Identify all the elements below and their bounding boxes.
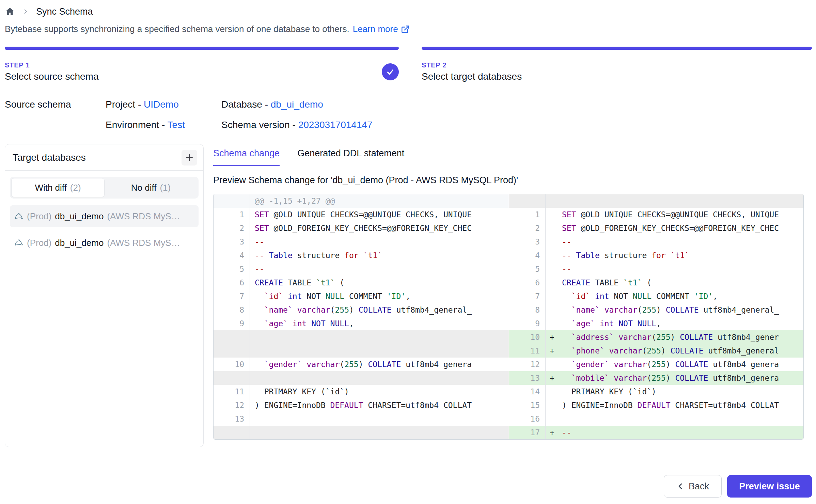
steps: STEP 1 Select source schema Source schem… bbox=[5, 47, 812, 130]
learn-more-link[interactable]: Learn more bbox=[353, 24, 410, 34]
db-name: db_ui_demo bbox=[55, 211, 104, 222]
diff-line: 3-- bbox=[509, 235, 804, 249]
diff-pane-target: 1SET @OLD_UNIQUE_CHECKS=@@UNIQUE_CHECKS,… bbox=[509, 194, 804, 439]
sync-schema-page: Sync Schema Bytebase supports synchroniz… bbox=[0, 0, 816, 504]
diff-line: 7 `id` int NOT NULL COMMENT 'ID', bbox=[509, 289, 804, 303]
main-content: Target databases With diff(2) No diff(1)… bbox=[5, 144, 812, 447]
database-link[interactable]: db_ui_demo bbox=[271, 99, 323, 110]
diff-line: 9 `age` int NOT NULL, bbox=[214, 317, 509, 330]
db-environment: (Prod) bbox=[27, 238, 51, 248]
step-1-progress-bar bbox=[5, 47, 399, 50]
with-diff-tab[interactable]: With diff(2) bbox=[11, 178, 105, 197]
db-instance: (AWS RDS MyS… bbox=[107, 238, 180, 248]
source-schema-label: Source schema bbox=[5, 99, 106, 110]
diff-line: 10 `gender` varchar(255) COLLATE utf8mb4… bbox=[214, 358, 509, 371]
step-2: STEP 2 Select target databases bbox=[422, 47, 812, 130]
diff-line: 4-- Table structure for `t1` bbox=[214, 249, 509, 262]
diff-hunk-header: @@ -1,15 +1,27 @@ bbox=[214, 194, 509, 208]
diff-line: 16 bbox=[509, 412, 804, 426]
diff-line: 12) ENGINE=InnoDB DEFAULT CHARSET=utf8mb… bbox=[214, 398, 509, 412]
diff-line: 11 PRIMARY KEY (`id`) bbox=[214, 385, 509, 398]
diff-line: 8 `name` varchar(255) COLLATE utf8mb4_ge… bbox=[214, 303, 509, 317]
target-databases-title: Target databases bbox=[13, 152, 86, 163]
diff-line: 4-- Table structure for `t1` bbox=[509, 249, 804, 262]
diff-gap-row bbox=[214, 426, 509, 439]
target-databases-panel: Target databases With diff(2) No diff(1)… bbox=[5, 144, 204, 447]
back-button[interactable]: Back bbox=[664, 475, 722, 498]
diff-added-line: 11+ `phone` varchar(255) COLLATE utf8mb4… bbox=[509, 344, 804, 358]
step-1-check-icon bbox=[382, 63, 399, 80]
diff-line: 8 `name` varchar(255) COLLATE utf8mb4_ge… bbox=[509, 303, 804, 317]
db-name: db_ui_demo bbox=[55, 238, 104, 248]
tab-schema-change[interactable]: Schema change bbox=[213, 148, 280, 166]
diff-added-line: 17+-- bbox=[509, 426, 804, 439]
diff-gap-row bbox=[214, 330, 509, 358]
diff-line: 5-- bbox=[509, 262, 804, 276]
page-description: Bytebase supports synchronizing a specif… bbox=[5, 24, 812, 34]
source-database: Database - db_ui_demo bbox=[221, 99, 399, 110]
schema-version-link[interactable]: 20230317014147 bbox=[298, 120, 373, 130]
diff-filter-segmented-control: With diff(2) No diff(1) bbox=[10, 177, 199, 199]
schema-change-area: Schema change Generated DDL statement Pr… bbox=[213, 144, 812, 440]
step-1: STEP 1 Select source schema Source schem… bbox=[5, 47, 399, 130]
step-1-label: STEP 1 bbox=[5, 61, 98, 69]
preview-issue-button[interactable]: Preview issue bbox=[727, 475, 812, 498]
db-environment: (Prod) bbox=[27, 211, 51, 222]
step-2-progress-bar bbox=[422, 47, 812, 50]
no-diff-count: (1) bbox=[160, 183, 171, 193]
footer: Back Preview issue bbox=[0, 464, 816, 498]
with-diff-count: (2) bbox=[70, 183, 81, 193]
diff-line: 5-- bbox=[214, 262, 509, 276]
step-2-title: Select target databases bbox=[422, 71, 522, 82]
page-title: Sync Schema bbox=[36, 6, 93, 17]
tabs: Schema change Generated DDL statement bbox=[213, 144, 812, 166]
tab-generated-ddl[interactable]: Generated DDL statement bbox=[297, 148, 404, 166]
diff-line: 6CREATE TABLE `t1` ( bbox=[214, 276, 509, 289]
diff-line: 6CREATE TABLE `t1` ( bbox=[509, 276, 804, 289]
chevron-right-icon bbox=[22, 9, 29, 15]
diff-line: 12 `gender` varchar(255) COLLATE utf8mb4… bbox=[509, 358, 804, 371]
diff-line: 2SET @OLD_FOREIGN_KEY_CHECKS=@@FOREIGN_K… bbox=[214, 221, 509, 235]
diff-added-line: 10+ `address` varchar(255) COLLATE utf8m… bbox=[509, 330, 804, 344]
diff-line: 1SET @OLD_UNIQUE_CHECKS=@@UNIQUE_CHECKS,… bbox=[214, 208, 509, 221]
breadcrumb: Sync Schema bbox=[5, 5, 812, 18]
step-1-title: Select source schema bbox=[5, 71, 98, 82]
diff-added-line: 13+ `mobile` varchar(255) COLLATE utf8mb… bbox=[509, 371, 804, 385]
chevron-left-icon bbox=[676, 482, 685, 490]
diff-pane-source: @@ -1,15 +1,27 @@1SET @OLD_UNIQUE_CHECKS… bbox=[214, 194, 509, 439]
diff-line: 13 bbox=[214, 412, 509, 426]
source-environment: Environment - Test bbox=[106, 120, 221, 130]
db-instance: (AWS RDS MyS… bbox=[107, 211, 180, 222]
description-text: Bytebase supports synchronizing a specif… bbox=[5, 24, 349, 34]
source-project: Project - UIDemo bbox=[106, 99, 221, 110]
plus-icon bbox=[185, 153, 194, 162]
diff-line: 2SET @OLD_FOREIGN_KEY_CHECKS=@@FOREIGN_K… bbox=[509, 221, 804, 235]
diff-line: 3-- bbox=[214, 235, 509, 249]
diff-gap-row bbox=[509, 194, 804, 208]
external-link-icon bbox=[401, 25, 410, 34]
preview-title: Preview Schema change for 'db_ui_demo (P… bbox=[213, 175, 812, 186]
schema-diff-viewer: @@ -1,15 +1,27 @@1SET @OLD_UNIQUE_CHECKS… bbox=[213, 194, 804, 440]
target-database-item[interactable]: (Prod)db_ui_demo(AWS RDS MyS… bbox=[10, 232, 199, 254]
project-link[interactable]: UIDemo bbox=[144, 99, 179, 110]
no-diff-tab[interactable]: No diff(1) bbox=[105, 178, 197, 197]
source-version: Schema version - 20230317014147 bbox=[221, 120, 399, 130]
target-database-item[interactable]: (Prod)db_ui_demo(AWS RDS MyS… bbox=[10, 205, 199, 227]
step-2-label: STEP 2 bbox=[422, 61, 522, 69]
diff-line: 15) ENGINE=InnoDB DEFAULT CHARSET=utf8mb… bbox=[509, 398, 804, 412]
environment-link[interactable]: Test bbox=[168, 120, 185, 130]
diff-line: 9 `age` int NOT NULL, bbox=[509, 317, 804, 330]
add-target-database-button[interactable] bbox=[182, 150, 197, 166]
home-icon[interactable] bbox=[5, 6, 15, 17]
target-database-list: (Prod)db_ui_demo(AWS RDS MyS…(Prod)db_ui… bbox=[10, 205, 199, 254]
source-schema-summary: Source schema Project - UIDemo Database … bbox=[5, 99, 399, 130]
mysql-icon bbox=[14, 238, 23, 248]
mysql-icon bbox=[14, 211, 23, 221]
diff-line: 14 PRIMARY KEY (`id`) bbox=[509, 385, 804, 398]
diff-line: 7 `id` int NOT NULL COMMENT 'ID', bbox=[214, 289, 509, 303]
diff-line: 1SET @OLD_UNIQUE_CHECKS=@@UNIQUE_CHECKS,… bbox=[509, 208, 804, 221]
diff-gap-row bbox=[214, 371, 509, 385]
